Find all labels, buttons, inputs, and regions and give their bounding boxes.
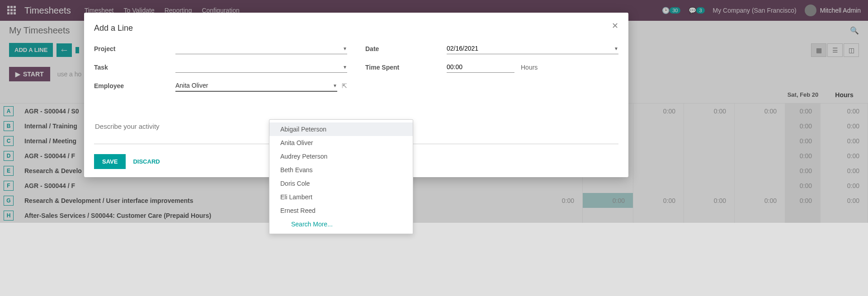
search-more[interactable]: Search More... — [269, 217, 413, 223]
project-input[interactable] — [175, 45, 343, 52]
project-field[interactable]: ▼ — [175, 43, 347, 54]
date-field[interactable]: ▼ — [447, 43, 618, 54]
employee-input[interactable] — [175, 82, 333, 89]
close-icon[interactable]: ✕ — [612, 21, 618, 31]
chevron-down-icon[interactable]: ▼ — [343, 46, 347, 51]
discard-button[interactable]: DISCARD — [133, 158, 160, 165]
dropdown-item[interactable]: Abigail Peterson — [269, 122, 413, 136]
external-link-icon[interactable]: ⇱ — [342, 82, 347, 89]
chevron-down-icon[interactable]: ▼ — [614, 46, 618, 51]
modal-title: Add a Line — [84, 23, 628, 41]
chevron-down-icon[interactable]: ▼ — [333, 83, 337, 88]
dropdown-item[interactable]: Doris Cole — [269, 177, 413, 190]
date-label: Date — [365, 45, 447, 52]
save-button[interactable]: SAVE — [94, 154, 126, 169]
time-spent-label: Time Spent — [365, 64, 447, 71]
add-line-modal: ✕ Add a Line Project ▼ Task ▼ Employee — [84, 13, 628, 177]
dropdown-item[interactable]: Anita Oliver — [269, 136, 413, 150]
task-input[interactable] — [175, 63, 343, 70]
dropdown-item[interactable]: Ernest Reed — [269, 204, 413, 217]
task-label: Task — [94, 64, 175, 71]
date-input[interactable] — [447, 45, 614, 52]
time-spent-field[interactable] — [447, 61, 514, 73]
dropdown-item[interactable]: Eli Lambert — [269, 190, 413, 204]
time-spent-input[interactable] — [447, 63, 514, 70]
employee-dropdown: Abigail PetersonAnita OliverAudrey Peter… — [269, 119, 413, 223]
dropdown-item[interactable]: Audrey Peterson — [269, 150, 413, 163]
project-label: Project — [94, 45, 175, 52]
employee-label: Employee — [94, 82, 175, 89]
employee-field[interactable]: ▼ — [175, 80, 337, 92]
dropdown-item[interactable]: Beth Evans — [269, 163, 413, 177]
time-unit: Hours — [521, 64, 538, 71]
chevron-down-icon[interactable]: ▼ — [343, 65, 347, 70]
task-field[interactable]: ▼ — [175, 61, 347, 73]
